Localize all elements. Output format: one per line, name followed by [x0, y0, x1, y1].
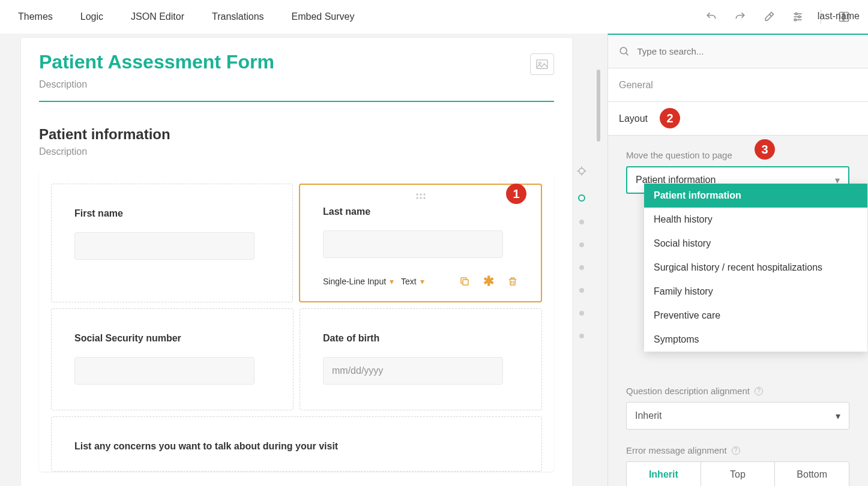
svg-point-6 [579, 169, 585, 174]
question-last-name[interactable]: Last name Single-Line Input ▾ Text ▾ [299, 184, 542, 302]
svg-point-16 [416, 197, 418, 199]
annotation-badge-3: 3 [755, 139, 775, 160]
caret-down-icon: ▾ [836, 410, 840, 422]
search-input[interactable] [637, 46, 857, 56]
tab-translations[interactable]: Translations [212, 11, 264, 22]
svg-line-23 [626, 53, 628, 55]
err-align-top[interactable]: Top [701, 462, 775, 486]
scrollbar[interactable] [597, 70, 600, 142]
question-label: List any concerns you want to talk about… [74, 441, 519, 452]
page-dot[interactable] [579, 265, 584, 270]
page-dot[interactable] [579, 220, 584, 224]
svg-point-3 [798, 16, 800, 17]
question-label: First name [74, 208, 270, 219]
survey-description[interactable]: Description [39, 79, 274, 90]
svg-point-18 [423, 197, 425, 199]
err-align-label: Error message alignment ? [626, 445, 857, 455]
annotation-badge-2: 2 [660, 108, 680, 128]
property-search[interactable] [608, 35, 868, 68]
logo-placeholder[interactable] [530, 53, 554, 75]
tab-embed-survey[interactable]: Embed Survey [292, 11, 355, 22]
tab-logic[interactable]: Logic [80, 11, 103, 22]
svg-rect-11 [537, 60, 547, 68]
settings-icon[interactable] [792, 11, 804, 23]
ssn-input[interactable] [74, 357, 255, 385]
header-divider [39, 101, 554, 102]
question-concerns[interactable]: List any concerns you want to talk about… [51, 416, 542, 472]
tab-themes[interactable]: Themes [18, 11, 53, 22]
svg-point-5 [794, 19, 796, 20]
dropdown-option[interactable]: Symptoms [644, 328, 867, 352]
question-dob[interactable]: Date of birth mm/dd/yyyy [300, 308, 542, 410]
svg-point-14 [420, 194, 421, 196]
desc-align-label: Question description alignment ? [626, 386, 857, 396]
tab-json-editor[interactable]: JSON Editor [131, 11, 184, 22]
question-type-dropdown[interactable]: Single-Line Input ▾ [323, 277, 394, 286]
page-description[interactable]: Description [39, 146, 554, 157]
svg-point-1 [795, 13, 797, 14]
annotation-badge-1: 1 [506, 184, 526, 204]
svg-point-17 [420, 197, 421, 199]
svg-point-22 [620, 47, 627, 54]
page-dot[interactable] [579, 242, 584, 247]
dropdown-option[interactable]: Family history [644, 280, 867, 304]
dropdown-option[interactable]: Social history [644, 232, 867, 256]
help-icon[interactable]: ? [755, 387, 763, 395]
desc-align-select[interactable]: Inherit ▾ [626, 402, 849, 430]
dropdown-option[interactable]: Surgical history / recent hospitalizatio… [644, 256, 867, 280]
svg-point-15 [423, 194, 425, 196]
redo-icon[interactable] [734, 11, 746, 23]
dropdown-option[interactable]: Health history [644, 208, 867, 232]
question-label: Social Security number [74, 333, 270, 344]
undo-icon[interactable] [705, 11, 717, 23]
chevron-down-icon: ▾ [390, 277, 394, 286]
page-navigator [576, 166, 587, 338]
search-icon [619, 46, 630, 58]
dropdown-option[interactable]: Preventive care [644, 304, 867, 328]
tab-general[interactable]: General [608, 68, 868, 102]
svg-point-12 [539, 62, 541, 64]
first-name-input[interactable] [74, 232, 255, 260]
move-to-page-dropdown: Patient information Health history Socia… [644, 184, 867, 352]
err-align-bottom[interactable]: Bottom [774, 462, 849, 486]
move-to-page-label: Move the question to page [626, 150, 857, 160]
tab-layout[interactable]: Layout 2 [608, 102, 868, 136]
delete-icon[interactable] [507, 276, 518, 287]
input-type-dropdown[interactable]: Text ▾ [401, 277, 424, 286]
chevron-down-icon: ▾ [420, 277, 424, 286]
last-name-input[interactable] [323, 230, 503, 258]
survey-title[interactable]: Patient Assessment Form [39, 51, 274, 73]
page-dot[interactable] [579, 334, 584, 338]
err-align-group: Inherit Top Bottom [626, 461, 849, 486]
question-first-name[interactable]: First name [51, 184, 293, 302]
eraser-icon[interactable] [763, 11, 775, 23]
svg-rect-19 [463, 280, 468, 285]
selected-element-name: last-name [818, 11, 860, 22]
page-dot[interactable] [579, 311, 584, 316]
page-dot-current[interactable] [578, 194, 585, 202]
err-align-inherit[interactable]: Inherit [627, 462, 701, 486]
dob-input[interactable]: mm/dd/yyyy [323, 357, 503, 385]
page-dot[interactable] [579, 288, 584, 293]
svg-point-13 [416, 194, 418, 196]
question-ssn[interactable]: Social Security number [51, 308, 294, 410]
duplicate-icon[interactable] [459, 276, 470, 287]
crosshair-icon[interactable] [576, 166, 587, 176]
required-icon[interactable]: ✱ [483, 274, 494, 289]
question-label: Last name [323, 206, 518, 217]
help-icon[interactable]: ? [732, 446, 740, 455]
page-title[interactable]: Patient information [39, 126, 554, 143]
drag-handle-icon[interactable] [323, 193, 518, 199]
dropdown-option[interactable]: Patient information [644, 184, 867, 208]
question-label: Date of birth [323, 333, 519, 344]
